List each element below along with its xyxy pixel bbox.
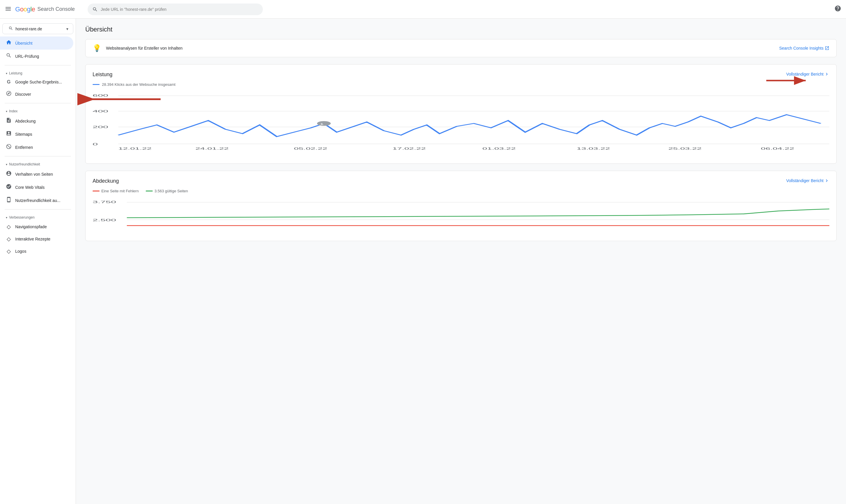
legend-gueltig-line: [146, 191, 153, 192]
insights-link[interactable]: Search Console Insights: [779, 46, 829, 51]
chevron-index-icon: ▾: [6, 110, 7, 113]
svg-text:25.03.22: 25.03.22: [668, 147, 702, 150]
abdeckung-full-report-link[interactable]: Vollständiger Bericht: [786, 178, 829, 183]
svg-text:01.03.22: 01.03.22: [482, 147, 516, 150]
help-icon[interactable]: [834, 5, 841, 14]
sidebar-item-nutzerfreundlichkeit-au[interactable]: Nutzerfreundlichkeit au...: [0, 194, 73, 207]
section-verbesserungen: ▾ Verbesserungen: [0, 212, 76, 221]
sidebar-sitemaps-label: Sitemaps: [15, 132, 32, 137]
section-leistung: ▾ Leistung: [0, 68, 76, 76]
sidebar-logos-label: Logos: [15, 249, 26, 254]
svg-text:600: 600: [92, 94, 108, 97]
chevron-verb-icon: ▾: [6, 216, 7, 219]
navigationspfade-icon: ◇: [6, 223, 12, 230]
chevron-nutzer-icon: ▾: [6, 163, 7, 166]
main-content: Übersicht 💡 Websiteanalysen für Erstelle…: [76, 19, 846, 255]
legend-gueltig: 3.563 gültige Seiten: [146, 189, 188, 193]
menu-icon[interactable]: [5, 5, 12, 13]
chevron-icon: ▾: [6, 72, 7, 75]
svg-text:05.02.22: 05.02.22: [294, 147, 327, 150]
lightbulb-icon: 💡: [92, 44, 101, 52]
google-wordmark: Google: [15, 5, 35, 13]
legend-fehler: Eine Seite mit Fehlern: [92, 189, 139, 193]
sidebar-item-abdeckung[interactable]: Abdeckung: [0, 114, 73, 128]
sidebar-item-logos[interactable]: ◇ Logos: [0, 245, 73, 255]
sidebar-item-url-pruefung[interactable]: URL-Prüfung: [0, 50, 73, 63]
sidebar-discover-label: Discover: [15, 92, 31, 96]
legend-line-blue: [92, 84, 100, 85]
search-icon: [92, 6, 98, 12]
abdeckung-card-header: Abdeckung Vollständiger Bericht: [92, 178, 829, 184]
sidebar-item-uebersicht[interactable]: Übersicht: [0, 36, 73, 50]
property-name: honest-rare.de: [16, 26, 64, 31]
svg-text:13.03.22: 13.03.22: [577, 147, 610, 150]
leistung-card: Leistung Vollständiger Bericht 28.394 Kl…: [85, 64, 836, 164]
leistung-card-header: Leistung Vollständiger Bericht: [92, 72, 829, 78]
leistung-full-report-link[interactable]: Vollständiger Bericht: [786, 72, 829, 77]
sidebar-interaktive-label: Interaktive Rezepte: [15, 237, 51, 241]
sidebar-url-pruefung-label: URL-Prüfung: [15, 54, 39, 59]
svg-text:200: 200: [92, 125, 108, 129]
url-search-icon: [6, 53, 12, 60]
property-search-icon: [8, 26, 13, 32]
interaktive-rezepte-icon: ◇: [6, 236, 12, 242]
sidebar-uebersicht-label: Übersicht: [15, 41, 32, 46]
app-logo: Google Search Console: [15, 5, 82, 13]
sidebar-google-suche-label: Google Suche-Ergebnis...: [15, 80, 62, 84]
leistung-chart-svg: 600 400 200 0 1 12.01.22 24.01: [92, 91, 829, 156]
sidebar-item-verhalten[interactable]: Verhalten von Seiten: [0, 167, 73, 181]
abdeckung-icon: [6, 117, 12, 125]
legend-fehler-line: [92, 191, 100, 192]
home-icon: [6, 39, 12, 47]
logos-icon: ◇: [6, 248, 12, 254]
section-nutzerfreundlichkeit: ▾ Nutzerfreundlichkeit: [0, 159, 76, 167]
svg-text:400: 400: [92, 109, 108, 113]
verhalten-icon: [6, 170, 12, 178]
section-index: ▾ Index: [0, 106, 76, 114]
entfernen-icon: [6, 144, 12, 151]
svg-text:0: 0: [92, 142, 98, 146]
leistung-legend: 28.394 Klicks aus der Websuche insgesamt: [92, 82, 829, 87]
svg-text:06.04.22: 06.04.22: [761, 147, 794, 150]
search-input[interactable]: [101, 7, 258, 12]
sidebar: honest-rare.de ▾ Übersicht URL-Prüfung ▾…: [0, 19, 76, 255]
property-selector[interactable]: honest-rare.de ▾: [2, 23, 73, 34]
google-g-icon: G: [6, 79, 12, 85]
svg-text:17.02.22: 17.02.22: [392, 147, 426, 150]
abdeckung-chart: 3.750 2.500: [92, 198, 829, 234]
abdeckung-chart-svg: 3.750 2.500: [92, 198, 829, 233]
sidebar-item-discover[interactable]: Discover: [0, 88, 73, 101]
external-link-icon: [825, 46, 829, 51]
sidebar-nutzer-au-label: Nutzerfreundlichkeit au...: [15, 198, 60, 203]
sidebar-abdeckung-label: Abdeckung: [15, 119, 36, 123]
svg-text:24.01.22: 24.01.22: [195, 147, 229, 150]
divider-index: [5, 103, 71, 103]
sidebar-item-sitemaps[interactable]: Sitemaps: [0, 128, 73, 141]
svg-text:12.01.22: 12.01.22: [118, 147, 152, 150]
sidebar-verhalten-label: Verhalten von Seiten: [15, 172, 53, 177]
svg-text:1: 1: [319, 123, 324, 125]
sidebar-item-navigationspfade[interactable]: ◇ Navigationspfade: [0, 221, 73, 233]
sidebar-item-interaktive-rezepte[interactable]: ◇ Interaktive Rezepte: [0, 233, 73, 245]
svg-text:2.500: 2.500: [92, 218, 116, 222]
discover-icon: [6, 90, 12, 98]
sidebar-navigationspfade-label: Navigationspfade: [15, 224, 47, 229]
sidebar-core-web-label: Core Web Vitals: [15, 185, 45, 190]
abdeckung-chevron-right-icon: [824, 178, 829, 183]
header: Google Search Console: [0, 0, 846, 19]
property-dropdown-icon: ▾: [66, 26, 68, 31]
sidebar-item-google-suche[interactable]: G Google Suche-Ergebnis...: [0, 76, 73, 88]
mobile-icon: [6, 197, 12, 204]
abdeckung-title: Abdeckung: [92, 178, 119, 184]
sidebar-item-entfernen[interactable]: Entfernen: [0, 141, 73, 154]
abdeckung-legend: Eine Seite mit Fehlern 3.563 gültige Sei…: [92, 189, 829, 193]
sitemaps-icon: [6, 130, 12, 138]
layout: honest-rare.de ▾ Übersicht URL-Prüfung ▾…: [0, 19, 846, 255]
insights-banner: 💡 Websiteanalysen für Ersteller von Inha…: [85, 39, 836, 57]
divider-nutzer: [5, 156, 71, 157]
sidebar-item-core-web-vitals[interactable]: Core Web Vitals: [0, 181, 73, 194]
page-title: Übersicht: [85, 26, 836, 33]
search-bar[interactable]: [88, 3, 263, 15]
core-web-vitals-icon: [6, 183, 12, 191]
leistung-title: Leistung: [92, 72, 112, 78]
